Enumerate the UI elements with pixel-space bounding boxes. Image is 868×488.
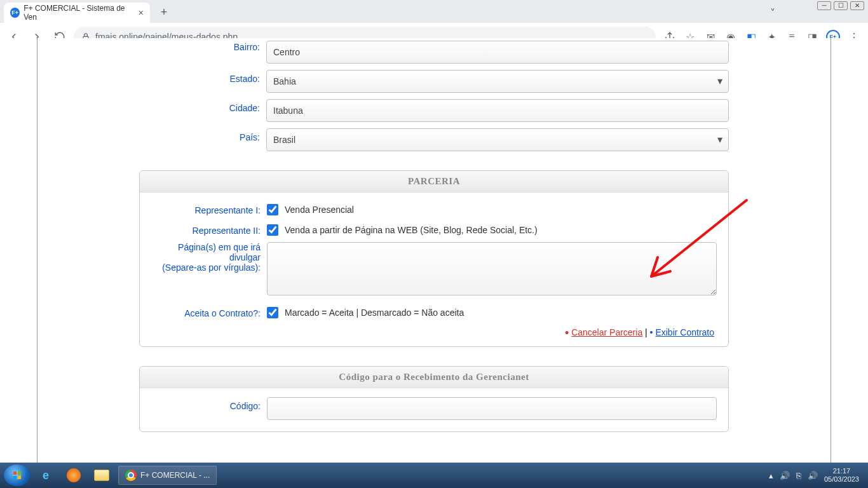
tab-close-button[interactable]: × — [139, 8, 144, 18]
paginas-textarea[interactable] — [267, 242, 717, 295]
label-paginas-divulgar: Página(s) em que irá divulgar (Separe-as… — [140, 242, 267, 273]
taskbar-chrome-app[interactable]: F+ COMERCIAL - ... — [118, 466, 217, 485]
label-codigo: Código: — [140, 397, 267, 411]
taskbar-firefox-icon[interactable] — [61, 464, 86, 486]
tray-speaker1-icon[interactable]: 🔊 — [780, 471, 790, 480]
win-maximize-button[interactable]: ☐ — [834, 1, 848, 10]
rep2-text: Venda a partir de Página na WEB (Site, B… — [285, 225, 538, 235]
start-button[interactable] — [4, 464, 31, 486]
rep2-checkbox[interactable] — [267, 224, 278, 236]
rep1-checkbox[interactable] — [267, 204, 278, 215]
bullet-icon: • — [650, 327, 653, 337]
label-estado: Estado: — [139, 70, 266, 84]
tab-favicon-icon: F+ — [10, 8, 20, 18]
label-paginas-line3: (Separe-as por vírgulas): — [162, 262, 261, 273]
taskbar: e F+ COMERCIAL - ... ▴ 🔊 ⎘ 🔊 21:17 05/03… — [0, 463, 868, 488]
bullet-icon: • — [565, 327, 569, 339]
tray-up-icon[interactable]: ▴ — [769, 471, 773, 480]
pais-select[interactable]: Brasil — [266, 128, 729, 151]
label-cidade: Cidade: — [139, 99, 266, 113]
tray-clock[interactable]: 21:17 05/03/2023 — [824, 467, 859, 484]
exibir-contrato-link[interactable]: Exibir Contrato — [655, 327, 714, 337]
label-pais: País: — [139, 128, 266, 142]
parceria-panel: PARCERIA Representante I: Venda Presenci… — [139, 170, 729, 347]
page-scroll-area[interactable]: Bairro: Estado: Bahia Cidade: — [0, 38, 868, 463]
label-aceita-contrato: Aceita o Contrato?: — [140, 304, 267, 318]
label-paginas-line2: divulgar — [229, 252, 261, 262]
browser-tab[interactable]: F+ F+ COMERCIAL - Sistema de Ven × — [4, 3, 150, 23]
tray-date-text: 05/03/2023 — [824, 475, 859, 484]
svg-rect-3 — [18, 471, 21, 475]
label-representante-1: Representante I: — [140, 201, 267, 215]
svg-rect-5 — [18, 476, 21, 479]
parceria-title: PARCERIA — [140, 171, 728, 193]
gerencianet-title: Código para o Recebimento da Gerencianet — [140, 367, 728, 388]
contrato-text: Marcado = Aceita | Desmarcado = Não acei… — [285, 308, 464, 318]
label-representante-2: Representante II: — [140, 222, 267, 236]
win-minimize-button[interactable]: ─ — [817, 1, 831, 10]
cidade-input[interactable] — [266, 99, 729, 122]
taskbar-ie-icon[interactable]: e — [33, 464, 58, 486]
taskbar-app-title: F+ COMERCIAL - ... — [140, 471, 210, 480]
win-close-button[interactable]: ✕ — [850, 1, 864, 10]
svg-rect-2 — [13, 471, 17, 475]
label-paginas-line1: Página(s) em que irá — [178, 242, 261, 252]
tab-title: F+ COMERCIAL - Sistema de Ven — [24, 4, 135, 22]
estado-select[interactable]: Bahia — [266, 70, 729, 93]
contrato-checkbox[interactable] — [267, 307, 278, 318]
tray-time-text: 21:17 — [824, 467, 859, 475]
label-bairro: Bairro: — [139, 41, 266, 52]
bairro-input[interactable] — [266, 41, 729, 64]
rep1-text: Venda Presencial — [285, 205, 354, 215]
codigo-input[interactable] — [267, 397, 717, 420]
svg-rect-4 — [13, 476, 17, 479]
gerencianet-panel: Código para o Recebimento da Gerencianet… — [139, 366, 729, 432]
new-tab-button[interactable]: + — [155, 4, 173, 22]
taskbar-explorer-icon[interactable] — [89, 464, 114, 486]
actions-separator: | — [645, 327, 650, 337]
tray-speaker2-icon[interactable]: 🔊 — [808, 471, 818, 480]
cancelar-parceria-link[interactable]: Cancelar Parceria — [571, 327, 642, 337]
tray-network-icon[interactable]: ⎘ — [796, 471, 801, 480]
